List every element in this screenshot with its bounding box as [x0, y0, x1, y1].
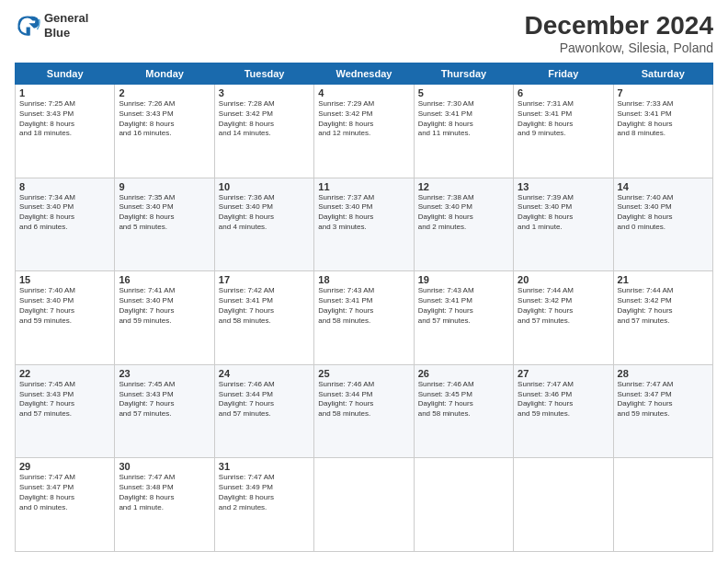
calendar-cell: 6Sunrise: 7:31 AMSunset: 3:41 PMDaylight… [514, 85, 613, 178]
day-number: 19 [418, 274, 509, 285]
day-number: 4 [318, 87, 409, 98]
day-number: 22 [19, 368, 110, 379]
cell-info: Sunrise: 7:47 AMSunset: 3:47 PMDaylight:… [19, 473, 110, 512]
day-number: 14 [618, 181, 709, 192]
day-number: 12 [418, 181, 509, 192]
calendar-cell: 17Sunrise: 7:42 AMSunset: 3:41 PMDayligh… [214, 271, 313, 365]
calendar-cell: 2Sunrise: 7:26 AMSunset: 3:43 PMDaylight… [115, 85, 214, 178]
calendar-week-4: 22Sunrise: 7:45 AMSunset: 3:43 PMDayligh… [16, 364, 713, 458]
calendar-cell: 25Sunrise: 7:46 AMSunset: 3:44 PMDayligh… [314, 364, 414, 458]
weekday-header-row: SundayMondayTuesdayWednesdayThursdayFrid… [16, 63, 713, 85]
cell-info: Sunrise: 7:38 AMSunset: 3:40 PMDaylight:… [418, 193, 509, 233]
calendar-week-2: 8Sunrise: 7:34 AMSunset: 3:40 PMDaylight… [16, 178, 713, 271]
calendar-cell: 15Sunrise: 7:40 AMSunset: 3:40 PMDayligh… [16, 271, 115, 365]
cell-info: Sunrise: 7:40 AMSunset: 3:40 PMDaylight:… [618, 193, 709, 233]
cell-info: Sunrise: 7:35 AMSunset: 3:40 PMDaylight:… [119, 193, 210, 233]
cell-info: Sunrise: 7:43 AMSunset: 3:41 PMDaylight:… [318, 286, 409, 326]
calendar-body: 1Sunrise: 7:25 AMSunset: 3:43 PMDaylight… [16, 85, 713, 552]
calendar-cell: 28Sunrise: 7:47 AMSunset: 3:47 PMDayligh… [613, 364, 712, 458]
page: General Blue December 2024 Pawonkow, Sil… [0, 0, 728, 563]
calendar-cell: 7Sunrise: 7:33 AMSunset: 3:41 PMDaylight… [613, 85, 712, 178]
calendar-cell [613, 458, 712, 552]
day-number: 27 [518, 368, 609, 379]
day-number: 25 [318, 368, 409, 379]
calendar-cell: 20Sunrise: 7:44 AMSunset: 3:42 PMDayligh… [514, 271, 613, 365]
cell-info: Sunrise: 7:47 AMSunset: 3:46 PMDaylight:… [518, 380, 609, 419]
subtitle: Pawonkow, Silesia, Poland [525, 40, 713, 55]
cell-info: Sunrise: 7:44 AMSunset: 3:42 PMDaylight:… [618, 286, 709, 326]
calendar-cell: 26Sunrise: 7:46 AMSunset: 3:45 PMDayligh… [414, 364, 513, 458]
day-number: 11 [318, 181, 409, 192]
weekday-header-thursday: Thursday [414, 63, 513, 85]
cell-info: Sunrise: 7:45 AMSunset: 3:43 PMDaylight:… [19, 380, 110, 419]
logo-text: General Blue [44, 11, 88, 40]
calendar-cell: 22Sunrise: 7:45 AMSunset: 3:43 PMDayligh… [16, 364, 115, 458]
cell-info: Sunrise: 7:25 AMSunset: 3:43 PMDaylight:… [19, 99, 110, 139]
calendar-cell: 4Sunrise: 7:29 AMSunset: 3:42 PMDaylight… [314, 85, 414, 178]
day-number: 13 [518, 181, 609, 192]
day-number: 31 [219, 461, 310, 472]
day-number: 9 [119, 181, 210, 192]
cell-info: Sunrise: 7:43 AMSunset: 3:41 PMDaylight:… [418, 286, 509, 326]
day-number: 18 [318, 274, 409, 285]
day-number: 5 [418, 87, 509, 98]
day-number: 7 [618, 87, 709, 98]
calendar-cell: 12Sunrise: 7:38 AMSunset: 3:40 PMDayligh… [414, 178, 513, 271]
calendar-cell: 14Sunrise: 7:40 AMSunset: 3:40 PMDayligh… [613, 178, 712, 271]
cell-info: Sunrise: 7:29 AMSunset: 3:42 PMDaylight:… [318, 99, 409, 139]
calendar-cell: 30Sunrise: 7:47 AMSunset: 3:48 PMDayligh… [115, 458, 214, 552]
calendar-cell: 3Sunrise: 7:28 AMSunset: 3:42 PMDaylight… [214, 85, 313, 178]
cell-info: Sunrise: 7:45 AMSunset: 3:43 PMDaylight:… [119, 380, 210, 419]
cell-info: Sunrise: 7:39 AMSunset: 3:40 PMDaylight:… [518, 193, 609, 233]
calendar-cell: 16Sunrise: 7:41 AMSunset: 3:40 PMDayligh… [115, 271, 214, 365]
calendar-cell: 21Sunrise: 7:44 AMSunset: 3:42 PMDayligh… [613, 271, 712, 365]
main-title: December 2024 [525, 11, 713, 40]
logo-line2: Blue [44, 26, 88, 40]
cell-info: Sunrise: 7:46 AMSunset: 3:45 PMDaylight:… [418, 380, 509, 419]
title-block: December 2024 Pawonkow, Silesia, Poland [525, 11, 713, 55]
day-number: 8 [19, 181, 110, 192]
day-number: 20 [518, 274, 609, 285]
logo-line1: General [44, 11, 88, 26]
header: General Blue December 2024 Pawonkow, Sil… [15, 11, 713, 55]
day-number: 30 [119, 461, 210, 472]
day-number: 17 [219, 274, 310, 285]
calendar-cell [414, 458, 513, 552]
calendar-cell: 11Sunrise: 7:37 AMSunset: 3:40 PMDayligh… [314, 178, 414, 271]
weekday-header-sunday: Sunday [16, 63, 115, 85]
calendar-cell: 10Sunrise: 7:36 AMSunset: 3:40 PMDayligh… [214, 178, 313, 271]
cell-info: Sunrise: 7:26 AMSunset: 3:43 PMDaylight:… [119, 99, 210, 139]
calendar-cell [314, 458, 414, 552]
calendar-cell: 8Sunrise: 7:34 AMSunset: 3:40 PMDaylight… [16, 178, 115, 271]
calendar-cell: 13Sunrise: 7:39 AMSunset: 3:40 PMDayligh… [514, 178, 613, 271]
calendar-week-3: 15Sunrise: 7:40 AMSunset: 3:40 PMDayligh… [16, 271, 713, 365]
day-number: 23 [119, 368, 210, 379]
cell-info: Sunrise: 7:33 AMSunset: 3:41 PMDaylight:… [618, 99, 709, 139]
calendar-cell: 19Sunrise: 7:43 AMSunset: 3:41 PMDayligh… [414, 271, 513, 365]
calendar-cell: 23Sunrise: 7:45 AMSunset: 3:43 PMDayligh… [115, 364, 214, 458]
calendar-cell: 9Sunrise: 7:35 AMSunset: 3:40 PMDaylight… [115, 178, 214, 271]
calendar-cell: 18Sunrise: 7:43 AMSunset: 3:41 PMDayligh… [314, 271, 414, 365]
day-number: 29 [19, 461, 110, 472]
weekday-header-saturday: Saturday [613, 63, 712, 85]
cell-info: Sunrise: 7:47 AMSunset: 3:49 PMDaylight:… [219, 473, 310, 512]
calendar-cell: 1Sunrise: 7:25 AMSunset: 3:43 PMDaylight… [16, 85, 115, 178]
day-number: 10 [219, 181, 310, 192]
calendar-cell: 29Sunrise: 7:47 AMSunset: 3:47 PMDayligh… [16, 458, 115, 552]
cell-info: Sunrise: 7:37 AMSunset: 3:40 PMDaylight:… [318, 193, 409, 233]
calendar-cell: 27Sunrise: 7:47 AMSunset: 3:46 PMDayligh… [514, 364, 613, 458]
weekday-header-tuesday: Tuesday [214, 63, 313, 85]
calendar: SundayMondayTuesdayWednesdayThursdayFrid… [15, 63, 713, 552]
day-number: 1 [19, 87, 110, 98]
day-number: 21 [618, 274, 709, 285]
weekday-header-friday: Friday [514, 63, 613, 85]
cell-info: Sunrise: 7:47 AMSunset: 3:47 PMDaylight:… [618, 380, 709, 419]
generalblue-icon [15, 13, 40, 39]
calendar-header: SundayMondayTuesdayWednesdayThursdayFrid… [16, 63, 713, 85]
day-number: 2 [119, 87, 210, 98]
cell-info: Sunrise: 7:31 AMSunset: 3:41 PMDaylight:… [518, 99, 609, 139]
weekday-header-wednesday: Wednesday [314, 63, 414, 85]
cell-info: Sunrise: 7:44 AMSunset: 3:42 PMDaylight:… [518, 286, 609, 326]
cell-info: Sunrise: 7:46 AMSunset: 3:44 PMDaylight:… [318, 380, 409, 419]
cell-info: Sunrise: 7:36 AMSunset: 3:40 PMDaylight:… [219, 193, 310, 233]
